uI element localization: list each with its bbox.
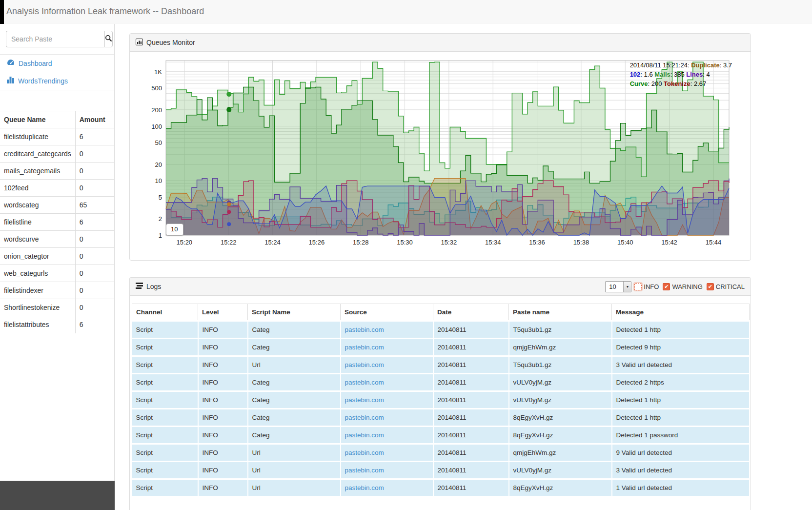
sidebar-item-wordstrendings[interactable]: WordsTrendings [0,72,114,90]
log-cell-channel: Script [132,409,198,427]
filter-label: CRITICAL [716,283,745,290]
log-cell-channel: Script [132,339,198,356]
log-cell-level: INFO [198,391,248,409]
log-row: ScriptINFOCategpastebin.com20140811vULV0… [132,391,750,409]
queue-row: onion_categtor0 [0,248,114,265]
log-cell-date: 20140811 [433,374,509,391]
log-cell-message: 9 Valid url detected [612,444,750,462]
search-input[interactable] [6,31,104,47]
select-arrow-icon: ▼ [623,282,631,292]
log-cell-source: pastebin.com [341,374,433,391]
source-link[interactable]: pastebin.com [345,431,384,439]
log-cell-paste: qmjgEhWm.gz [509,339,612,356]
source-link[interactable]: pastebin.com [345,344,384,351]
log-cell-level: INFO [198,427,248,444]
source-link[interactable]: pastebin.com [345,414,384,421]
log-cell-message: Detected 1 http [612,391,750,409]
queues-chart[interactable]: 1K50020010050201052115:2015:2215:2415:26… [143,58,734,251]
filter-critical[interactable]: ✔CRITICAL [707,283,745,290]
log-cell-script: Url [248,444,341,462]
search-button[interactable] [104,31,113,47]
sidebar-item-dashboard[interactable]: Dashboard [0,54,114,72]
filter-info[interactable]: INFO [634,283,659,290]
log-cell-message: Detected 1 password [612,427,750,444]
source-link[interactable]: pastebin.com [345,361,384,368]
queue-row: creditcard_categcards0 [0,145,114,163]
log-cell-script: Url [248,462,341,479]
page-cutoff-artifact [0,481,115,510]
queues-monitor-title: Queues Monitor [146,39,195,46]
queue-amount: 0 [75,163,114,180]
queue-table-body: filelistduplicate6creditcard_categcards0… [0,128,114,333]
queue-row: web_categurls0 [0,265,114,282]
queue-name: filelistline [0,214,75,231]
log-cell-level: INFO [198,321,248,339]
sidebar-item-label: WordsTrendings [18,72,68,90]
svg-text:50: 50 [155,139,162,146]
page-size-value: 10 [606,283,623,290]
log-cell-channel: Script [132,374,198,391]
svg-text:15:34: 15:34 [485,239,501,246]
search-group [6,31,109,47]
log-cell-level: INFO [198,444,248,462]
source-link[interactable]: pastebin.com [345,326,384,333]
dashboard-icon [7,55,15,72]
log-cell-date: 20140811 [433,409,509,427]
queue-amount: 0 [75,299,114,316]
logs-column-header: Source [341,304,433,321]
log-cell-message: Detected 2 https [612,374,750,391]
filter-warning[interactable]: ✔WARNING [663,283,702,290]
log-cell-message: Detected 1 http [612,409,750,427]
log-cell-message: Detected 1 http [612,321,750,339]
svg-text:15:24: 15:24 [264,239,281,246]
source-link[interactable]: pastebin.com [345,484,384,491]
svg-text:10: 10 [155,177,162,184]
source-link[interactable]: pastebin.com [345,449,384,456]
checkbox-checked-icon[interactable]: ✔ [707,283,714,290]
source-link[interactable]: pastebin.com [345,396,384,404]
logs-icon [136,283,143,290]
queue-amount: 0 [75,145,114,163]
queue-name: filelistindexer [0,282,75,299]
queue-amount: 0 [75,282,114,299]
log-row: ScriptINFOCategpastebin.com20140811vULV0… [132,374,750,391]
queue-table-header-name: Queue Name [0,111,75,128]
log-cell-level: INFO [198,339,248,356]
queue-name: web_categurls [0,265,75,282]
page-size-select[interactable]: 10 ▼ [605,281,631,292]
log-cell-date: 20140811 [433,339,509,356]
bar-chart-icon [7,72,14,90]
log-cell-paste: vULV0yjM.gz [509,391,612,409]
logs-table-header-row: ChannelLevelScript NameSourceDatePaste n… [132,304,750,321]
queue-name: Shortlinestokenize [0,299,75,316]
log-cell-level: INFO [198,356,248,374]
svg-text:15:42: 15:42 [661,239,677,246]
log-cell-paste: 8qEgyXvH.gz [509,479,612,496]
queue-row: filelistindexer0 [0,282,114,299]
logs-column-header: Script Name [248,304,341,321]
log-cell-source: pastebin.com [341,356,433,374]
sidebar: Dashboard WordsTrendings Queue Name Amou… [0,24,115,481]
checkbox-checked-icon[interactable]: ✔ [663,283,670,290]
log-cell-date: 20140811 [433,321,509,339]
logs-column-header: Channel [132,304,198,321]
logs-panel: Logs 10 ▼ INFO✔WARNING✔CRITICAL ChannelL… [129,277,751,510]
log-cell-date: 20140811 [433,356,509,374]
filter-label: WARNING [672,283,702,290]
checkbox-unchecked-icon[interactable] [634,283,642,290]
log-cell-paste: T5qu3ub1.gz [509,356,612,374]
logs-column-header: Message [612,304,750,321]
log-cell-date: 20140811 [433,391,509,409]
logs-column-header: Level [198,304,248,321]
svg-text:500: 500 [151,84,162,92]
log-cell-message: Detected 9 http [612,339,750,356]
log-cell-level: INFO [198,374,248,391]
log-cell-source: pastebin.com [341,391,433,409]
source-link[interactable]: pastebin.com [345,467,384,474]
queue-row: Shortlinestokenize0 [0,299,114,316]
log-cell-level: INFO [198,409,248,427]
source-link[interactable]: pastebin.com [345,379,384,386]
log-cell-paste: vULV0yjM.gz [509,374,612,391]
log-cell-channel: Script [132,427,198,444]
log-cell-paste: vULV0yjM.gz [509,462,612,479]
